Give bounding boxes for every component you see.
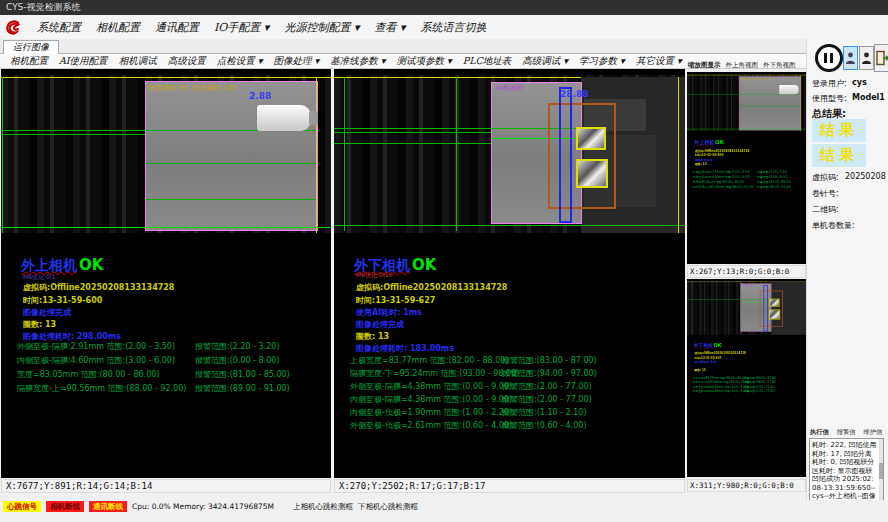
overlay-green-line xyxy=(456,77,457,231)
tool-camera-config[interactable]: 相机配置 xyxy=(10,55,48,68)
turn-count-line: 圈数: 13 xyxy=(356,331,389,342)
roll-count-label: 单机卷数量: xyxy=(812,220,855,231)
preview-tab-lower-angle[interactable]: 外下角视图 xyxy=(763,61,796,70)
camera-view-lower[interactable]: AI检测框 28.88 外下相机OK M6优化:0|10 虚拟码:Offline… xyxy=(334,69,685,478)
camera-image-lower[interactable]: AI检测框 28.88 xyxy=(334,75,685,233)
overlay-yellow-line xyxy=(316,77,317,233)
tool-learning-params[interactable]: 学习参数 ▾ xyxy=(579,55,625,68)
log-scrollbar[interactable] xyxy=(879,439,883,505)
person-dark-icon xyxy=(862,52,871,64)
overlay-green-line xyxy=(334,132,491,133)
window-title: CYS-视觉检测系统 xyxy=(6,2,81,12)
log-text: 耗时: 222, 凹陷使用耗时: 17, 凹陷分离耗时: 0, 凹陷视联分区耗时… xyxy=(812,441,876,506)
overlay-green-line xyxy=(334,128,581,129)
pixel-coord-bar-upper: X:7677;Y:891;R:14;G:14;B:14 xyxy=(1,479,331,493)
operator-button[interactable] xyxy=(859,46,874,70)
measure-row: 内侧至极-负极=1.90mm 范围:(1.00 - 2.20)报警范围:(1.1… xyxy=(334,407,685,419)
tool-camera-debug[interactable]: 相机调试 xyxy=(119,55,157,68)
login-user-label: 登录用户: xyxy=(812,78,847,89)
virtual-code-value: 20250208 xyxy=(845,172,886,181)
time-line: 时间:13-31-59-600 xyxy=(23,295,102,306)
tab-run-image[interactable]: 运行图像 xyxy=(3,40,59,54)
needle-number-label: 卷针号: xyxy=(812,188,839,199)
preview-lower-camera[interactable]: AI检测框 外下相机OK 虚拟码:Offline2025020813313472… xyxy=(687,279,806,477)
measure-row: 宽度=83.05mm 范围:(80.00 - 86.00)报警范围:(81.00… xyxy=(1,369,331,381)
preview-lower-coord-bar: X:311;Y:980;R:0;G:0;B:0 xyxy=(687,479,806,492)
pause-button[interactable] xyxy=(815,44,843,72)
detected-object xyxy=(145,81,318,231)
overlay-yellow-line xyxy=(678,77,679,233)
menu-view[interactable]: 查看 ▾ xyxy=(374,20,405,35)
threshold-overlay-text: 固定阈值:93, 动态阈值:100 xyxy=(149,83,236,93)
exit-button[interactable] xyxy=(874,44,888,72)
virtual-code-line: 虚拟码:Offline20250208133134728 xyxy=(356,282,507,293)
camera-view-upper[interactable]: 固定阈值:93, 动态阈值:100 2.88 外上相机OK M6优化:0|1 虚… xyxy=(1,69,331,478)
overlay-green-line xyxy=(334,143,491,144)
camera-image-upper[interactable]: 固定阈值:93, 动态阈值:100 2.88 xyxy=(1,75,331,233)
defect-yellow-box xyxy=(576,127,606,150)
defect-yellow-box xyxy=(576,159,608,188)
overlay-green-line xyxy=(1,134,145,135)
menu-light-config[interactable]: 光源控制配置 ▾ xyxy=(284,20,359,35)
processing-done-line: 图像处理完成 xyxy=(356,319,404,330)
tool-plc-table[interactable]: PLC地址表 xyxy=(463,55,511,68)
preview-tab-upper-angle[interactable]: 外上角视图 xyxy=(726,61,759,70)
log-box[interactable]: 耗时: 222, 凹陷使用耗时: 17, 凹陷分离耗时: 0, 凹陷视联分区耗时… xyxy=(809,438,884,506)
exit-door-icon xyxy=(876,50,888,66)
model-label: 使用型号: xyxy=(812,93,847,104)
log-scrollbar-thumb[interactable] xyxy=(879,463,883,479)
comm-offline-badge: 通讯断线 xyxy=(89,501,127,512)
ai-box-label: AI检测框 xyxy=(496,83,524,93)
measure-row: 隔膜宽度-下=95.24mm 范围:(93.00 - 98.00)报警范围:(9… xyxy=(334,368,685,380)
tool-image-processing[interactable]: 图像处理 ▾ xyxy=(273,55,319,68)
tool-advanced-settings[interactable]: 高级设置 xyxy=(168,55,206,68)
tool-spot-check[interactable]: 点检设置 ▾ xyxy=(217,55,263,68)
tool-other-settings[interactable]: 其它设置 ▾ xyxy=(636,55,682,68)
menu-comm-config[interactable]: 通讯配置 xyxy=(155,20,199,35)
gripper-part xyxy=(257,105,311,131)
measure-row: 内侧至极-隔膜=4.38mm 范围:(0.00 - 9.00)报警范围:(2.0… xyxy=(334,394,685,406)
tool-advanced-debug[interactable]: 高级调试 ▾ xyxy=(522,55,568,68)
menu-io-config[interactable]: IO手配置 ▾ xyxy=(214,20,269,35)
tool-test-params[interactable]: 测试项参数 ▾ xyxy=(397,55,452,68)
app-window: CYS-视觉检测系统 系统配置 相机配置 通讯配置 IO手配置 ▾ 光源控制配置… xyxy=(0,0,888,522)
ai-time-line: 使用AI耗时: 1ms xyxy=(356,307,422,318)
overlay-green-line xyxy=(145,163,316,164)
menu-language-switch[interactable]: 系统语言切换 xyxy=(420,20,486,35)
camera-subtitle: M6优化:0|10 xyxy=(356,271,393,280)
result-box-lower: 结果 xyxy=(812,144,866,167)
result-box-upper: 结果 xyxy=(812,119,866,142)
measure-row: 外侧至极-隔膜=4.38mm 范围:(0.00 - 9.00)报警范围:(2.0… xyxy=(334,381,685,393)
camera-offline-badge: 相机断线 xyxy=(46,501,84,512)
lower-camera-heartbeat-label: 下相机心跳检测框 xyxy=(358,502,418,512)
preview-upper-camera[interactable]: 固定阈值:93, 动态阈值:100 外上相机OK 虚拟码:Offline2025… xyxy=(687,72,806,264)
gripper-tip xyxy=(309,111,318,125)
tool-ai-config[interactable]: AI使用配置 xyxy=(59,55,108,68)
measure-row: 上极宽度=83.77mm 范围:(82.00 - 88.00)报警范围:(83.… xyxy=(334,355,685,367)
upper-camera-heartbeat-label: 上相机心跳检测框 xyxy=(293,502,353,512)
tab-row: 运行图像 xyxy=(0,39,888,54)
menu-camera-config[interactable]: 相机配置 xyxy=(96,20,140,35)
tool-baseline-params[interactable]: 基准线参数 ▾ xyxy=(330,55,385,68)
qr-code-label: 二维码: xyxy=(812,204,839,215)
login-user-button[interactable] xyxy=(843,46,858,70)
preview-tabs: 缩放图显示 外上角视图 外下角视图 xyxy=(688,59,806,71)
preview-tab-zoom[interactable]: 缩放图显示 xyxy=(688,61,721,70)
turn-count-line: 圈数: 13 xyxy=(23,319,56,330)
model-value: Model1 xyxy=(852,93,885,102)
overlay-green-line xyxy=(2,77,3,233)
overlay-yellow-line xyxy=(1,77,331,78)
measure-row: 外侧至极-隔膜:2.91mm 范围:(2.00 - 3.50)报警范围:(2.2… xyxy=(1,341,331,353)
overlay-green-line xyxy=(145,199,316,200)
pixel-coord-bar-lower: X:270;Y:2502;R:17;G:17;B:17 xyxy=(334,479,685,493)
titlebar: CYS-视觉检测系统 xyxy=(0,0,888,15)
app-logo-icon xyxy=(5,19,22,36)
measure-overlay-value: 2.88 xyxy=(249,91,271,101)
preview-upper-coord-bar: X:267;Y:13;R:0;G:0;B:0 xyxy=(687,265,806,278)
time-line: 时间:13-31-59-627 xyxy=(356,295,435,306)
virtual-code-label: 虚拟码: xyxy=(812,172,839,183)
login-user-value: cys xyxy=(852,78,867,87)
menu-system-config[interactable]: 系统配置 xyxy=(37,20,81,35)
elapsed-line: 图像处理耗时: 183.00ms xyxy=(356,343,454,354)
processing-done-line: 图像处理完成 xyxy=(23,307,71,318)
